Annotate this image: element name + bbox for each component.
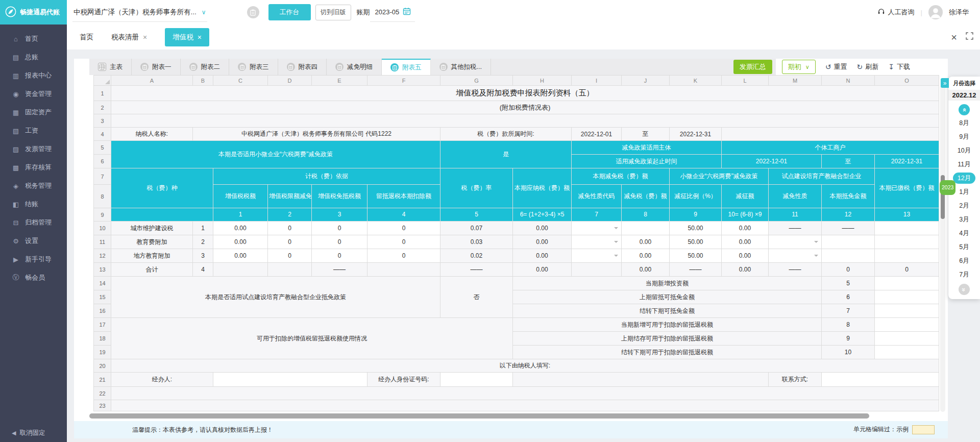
- month-item-10月[interactable]: 10月: [948, 144, 980, 158]
- cell[interactable]: [875, 249, 939, 263]
- column-header-C[interactable]: C: [213, 76, 268, 86]
- sidebar-item-closing[interactable]: ◧结账: [0, 195, 67, 213]
- cell[interactable]: 联系方式:: [769, 373, 822, 387]
- cell[interactable]: 0.00: [213, 222, 268, 235]
- subtab-附表五[interactable]: 附表五: [382, 59, 431, 75]
- cell[interactable]: 0: [368, 222, 440, 235]
- cell[interactable]: [572, 235, 622, 249]
- cell[interactable]: ——: [769, 222, 822, 235]
- subtab-附表二[interactable]: 附表二: [181, 59, 230, 75]
- sidebar-item-member[interactable]: Ⓥ畅会员: [0, 268, 67, 287]
- initial-balance-dropdown[interactable]: 期初 ∨: [782, 60, 816, 74]
- subtab-附表四[interactable]: 附表四: [278, 59, 327, 75]
- month-item-11月[interactable]: 11月: [948, 158, 980, 171]
- cell[interactable]: 经办人:: [111, 373, 213, 387]
- month-item-4月[interactable]: 4月: [948, 227, 980, 240]
- sidebar-item-settings[interactable]: ⚙设置: [0, 232, 67, 250]
- cell[interactable]: 0.00: [513, 235, 572, 249]
- cell[interactable]: 0.00: [722, 263, 769, 277]
- sidebar-item-guide[interactable]: ▶新手引导: [0, 250, 67, 268]
- company-selector[interactable]: 中税网通广泽（天津）税务师事务所有... ∨: [72, 3, 207, 22]
- workbench-button[interactable]: 工作台: [268, 4, 311, 20]
- cell[interactable]: 结转下期可用于扣除的留抵退税额: [513, 346, 822, 359]
- column-header-F[interactable]: F: [368, 76, 440, 86]
- row-header-23[interactable]: 23: [94, 400, 111, 411]
- cell[interactable]: 以下由纳税人填写:: [111, 359, 939, 373]
- cell[interactable]: [440, 373, 513, 387]
- row-header-2[interactable]: 2: [94, 101, 111, 114]
- cell[interactable]: 合计: [111, 263, 193, 277]
- month-item-7月[interactable]: 7月: [948, 268, 980, 282]
- cell[interactable]: [822, 249, 875, 263]
- cell[interactable]: 0: [312, 235, 368, 249]
- row-header-19[interactable]: 19: [94, 346, 111, 359]
- cell[interactable]: ——: [822, 222, 875, 235]
- cell[interactable]: 上期留抵可抵免金额: [513, 290, 822, 304]
- cell[interactable]: [572, 249, 622, 263]
- column-header-E[interactable]: E: [312, 76, 368, 86]
- sidebar-item-funds[interactable]: ◉资金管理: [0, 85, 67, 103]
- period-selector[interactable]: 2023-05: [370, 3, 415, 22]
- cell[interactable]: 0: [368, 235, 440, 249]
- cell[interactable]: 8: [822, 318, 875, 332]
- cell[interactable]: [513, 373, 769, 387]
- month-item-2月[interactable]: 2月: [948, 199, 980, 213]
- scroll-down-button[interactable]: »: [959, 284, 970, 295]
- cell[interactable]: 0.00: [213, 249, 268, 263]
- cell[interactable]: 0: [312, 222, 368, 235]
- close-tab-icon[interactable]: ×: [198, 33, 202, 41]
- month-item-3月[interactable]: 3月: [948, 213, 980, 227]
- cell[interactable]: 0: [875, 263, 939, 277]
- close-tab-icon[interactable]: ×: [143, 33, 147, 41]
- reset-button[interactable]: ↺ 重置: [825, 62, 847, 71]
- cell[interactable]: 7: [822, 304, 875, 318]
- horizontal-scrollbar-thumb[interactable]: [89, 413, 869, 419]
- month-item-9月[interactable]: 9月: [948, 130, 980, 144]
- month-item-6月[interactable]: 6月: [948, 254, 980, 268]
- cell[interactable]: [622, 222, 670, 235]
- row-header-9[interactable]: 9: [94, 208, 111, 222]
- sidebar-item-home[interactable]: ⌂首页: [0, 30, 67, 48]
- cell[interactable]: 经办人身份证号码:: [368, 373, 440, 387]
- cell[interactable]: [875, 222, 939, 235]
- refresh-button[interactable]: ↻ 刷新: [857, 62, 879, 71]
- cell[interactable]: [213, 373, 368, 387]
- row-header-17[interactable]: 17: [94, 318, 111, 332]
- row-header-4[interactable]: 4: [94, 128, 111, 141]
- sidebar-item-archive[interactable]: ⊟归档管理: [0, 213, 67, 232]
- column-header-K[interactable]: K: [670, 76, 722, 86]
- cell[interactable]: [875, 235, 939, 249]
- cell[interactable]: [822, 235, 875, 249]
- download-button[interactable]: ↧ 下载: [888, 62, 910, 71]
- subtab-附表三[interactable]: 附表三: [229, 59, 278, 75]
- row-header-8[interactable]: 8: [94, 185, 111, 208]
- cell[interactable]: [822, 373, 939, 387]
- row-header-10[interactable]: 10: [94, 222, 111, 235]
- sidebar-item-payroll[interactable]: ▧工资: [0, 121, 67, 140]
- row-header-20[interactable]: 20: [94, 359, 111, 373]
- row-header-1[interactable]: 1: [94, 86, 111, 101]
- cell[interactable]: ——: [440, 263, 513, 277]
- month-item-1月[interactable]: 20231月: [948, 185, 980, 199]
- cell[interactable]: 0.00: [513, 263, 572, 277]
- cell[interactable]: [875, 290, 939, 304]
- cell[interactable]: 0.00: [513, 222, 572, 235]
- cell[interactable]: [368, 263, 440, 277]
- cell[interactable]: [111, 387, 939, 400]
- cell[interactable]: 0.00: [513, 249, 572, 263]
- cell[interactable]: 5: [822, 277, 875, 290]
- cell[interactable]: 10: [822, 346, 875, 359]
- row-header-14[interactable]: 14: [94, 277, 111, 290]
- cell[interactable]: ——: [670, 263, 722, 277]
- subtab-减免明细[interactable]: 减免明细: [327, 59, 382, 75]
- column-header-N[interactable]: N: [822, 76, 875, 86]
- switch-old-version-button[interactable]: 切到旧版: [315, 5, 351, 20]
- cell[interactable]: [875, 332, 939, 346]
- cell[interactable]: 0.00: [622, 263, 670, 277]
- subtab-附表一[interactable]: 附表一: [132, 59, 181, 75]
- row-header-15[interactable]: 15: [94, 290, 111, 304]
- row-header-11[interactable]: 11: [94, 235, 111, 249]
- cell[interactable]: ——: [769, 263, 822, 277]
- row-header-3[interactable]: 3: [94, 114, 111, 128]
- subtab-主表[interactable]: 主表: [89, 59, 132, 75]
